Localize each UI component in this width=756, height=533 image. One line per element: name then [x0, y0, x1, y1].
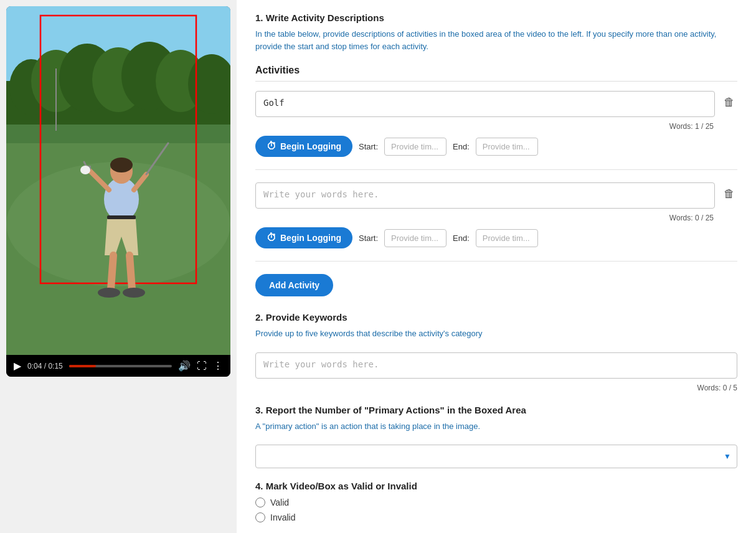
section-3-title: 3. Report the Number of "Primary Actions… [255, 405, 737, 415]
invalid-option[interactable]: Invalid [255, 512, 737, 522]
section-2-description: Provide up to five keywords that describ… [255, 328, 737, 340]
activities-label: Activities [255, 65, 737, 82]
valid-radio[interactable] [255, 498, 265, 507]
delete-activity-2-button[interactable]: 🗑 [721, 182, 737, 205]
more-button[interactable]: ⋮ [213, 360, 223, 372]
end-label-1: End: [453, 142, 470, 151]
section-3-description: A "primary action" is an action that is … [255, 420, 737, 433]
start-time-input-2[interactable] [384, 229, 447, 247]
progress-fill [69, 365, 96, 367]
more-icon: ⋮ [213, 360, 223, 372]
svg-line-22 [111, 255, 113, 290]
logging-row-2: ⏱ Begin Logging Start: End: [255, 227, 737, 248]
video-controls: ▶ 0:04 / 0:15 🔊 ⛶ ⋮ [6, 355, 230, 377]
keywords-textarea[interactable] [255, 352, 737, 379]
start-label-1: Start: [359, 142, 378, 151]
svg-point-14 [104, 177, 139, 221]
clock-icon-2: ⏱ [267, 232, 276, 243]
fullscreen-icon: ⛶ [197, 361, 207, 372]
valid-option[interactable]: Valid [255, 498, 737, 507]
logging-row-1: ⏱ Begin Logging Start: End: [255, 136, 737, 157]
svg-rect-21 [107, 215, 136, 219]
begin-logging-2-label: Begin Logging [280, 233, 341, 243]
valid-label: Valid [270, 498, 289, 507]
clock-icon-1: ⏱ [267, 141, 276, 152]
progress-bar[interactable] [69, 365, 172, 367]
svg-point-27 [80, 166, 90, 174]
activity-row-1: Golf 🗑 [255, 91, 737, 117]
validity-radio-group: Valid Invalid [255, 498, 737, 522]
primary-actions-dropdown[interactable]: 1 2 3 4 5 [255, 445, 737, 468]
invalid-radio[interactable] [255, 512, 265, 522]
section-1-description: In the table below, provide descriptions… [255, 28, 737, 52]
activity-block-1: Golf 🗑 Words: 1 / 25 ⏱ Begin Logging Sta… [255, 91, 737, 170]
left-panel: ▶ 0:04 / 0:15 🔊 ⛶ ⋮ [0, 0, 237, 533]
section-3: 3. Report the Number of "Primary Actions… [255, 405, 737, 469]
invalid-label: Invalid [270, 512, 295, 522]
delete-icon-2: 🗑 [724, 187, 735, 200]
play-button[interactable]: ▶ [14, 360, 21, 372]
begin-logging-2-button[interactable]: ⏱ Begin Logging [255, 227, 352, 248]
delete-icon-1: 🗑 [724, 96, 735, 109]
video-container: ▶ 0:04 / 0:15 🔊 ⛶ ⋮ [6, 6, 230, 377]
section-1: 1. Write Activity Descriptions In the ta… [255, 12, 737, 312]
end-time-input-1[interactable] [476, 138, 538, 156]
fullscreen-button[interactable]: ⛶ [197, 361, 207, 372]
svg-point-24 [98, 288, 120, 298]
activity-block-2: 🗑 Words: 0 / 25 ⏱ Begin Logging Start: E… [255, 182, 737, 262]
play-icon: ▶ [14, 360, 21, 372]
svg-point-25 [123, 288, 145, 298]
svg-point-16 [110, 158, 133, 172]
section-1-title: 1. Write Activity Descriptions [255, 12, 737, 23]
start-label-2: Start: [359, 233, 378, 243]
begin-logging-1-label: Begin Logging [280, 141, 341, 151]
section-4-title: 4. Mark Video/Box as Valid or Invalid [255, 481, 737, 491]
delete-activity-1-button[interactable]: 🗑 [721, 91, 737, 114]
section-2-title: 2. Provide Keywords [255, 312, 737, 323]
keywords-word-count: Words: 0 / 5 [255, 384, 737, 392]
add-activity-button[interactable]: Add Activity [255, 274, 333, 296]
start-time-input-1[interactable] [384, 138, 447, 156]
activity-row-2: 🗑 [255, 182, 737, 209]
activity-textarea-2[interactable] [255, 182, 715, 209]
end-time-input-2[interactable] [476, 229, 538, 247]
right-panel: 1. Write Activity Descriptions In the ta… [237, 0, 756, 533]
section-4: 4. Mark Video/Box as Valid or Invalid Va… [255, 481, 737, 522]
begin-logging-1-button[interactable]: ⏱ Begin Logging [255, 136, 352, 157]
time-display: 0:04 / 0:15 [27, 362, 63, 370]
video-frame [6, 6, 230, 355]
volume-icon: 🔊 [178, 360, 191, 372]
video-background [6, 6, 230, 355]
end-label-2: End: [453, 233, 470, 243]
primary-actions-dropdown-container: 1 2 3 4 5 ▼ [255, 445, 737, 468]
volume-button[interactable]: 🔊 [178, 360, 191, 372]
section-2: 2. Provide Keywords Provide up to five k… [255, 312, 737, 392]
activity-textarea-1[interactable]: Golf [255, 91, 715, 117]
word-count-2: Words: 0 / 25 [255, 214, 714, 222]
word-count-1: Words: 1 / 25 [255, 122, 714, 131]
svg-line-23 [130, 255, 132, 290]
